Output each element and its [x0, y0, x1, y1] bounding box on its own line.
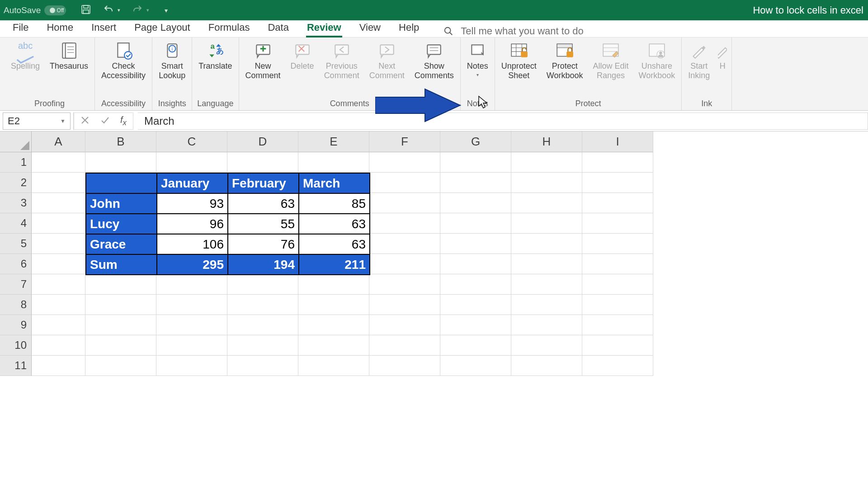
autosave-toggle[interactable]: AutoSave Off	[4, 5, 66, 15]
row-header[interactable]: 11	[0, 356, 32, 376]
row-header[interactable]: 5	[0, 234, 32, 254]
cancel-icon[interactable]	[80, 116, 90, 127]
row-header[interactable]: 3	[0, 193, 32, 213]
delete-comment-button[interactable]: Delete	[289, 40, 316, 81]
tab-review[interactable]: Review	[302, 19, 346, 37]
cell[interactable]: 63	[299, 234, 370, 254]
thesaurus-label: Thesaurus	[50, 61, 88, 71]
tab-insert[interactable]: Insert	[87, 19, 121, 37]
tab-data[interactable]: Data	[263, 19, 293, 37]
thesaurus-button[interactable]: Thesaurus	[48, 40, 90, 72]
col-header[interactable]: A	[32, 131, 85, 152]
cell[interactable]: 63	[228, 193, 299, 214]
cell[interactable]: 106	[157, 234, 228, 254]
col-header[interactable]: H	[511, 131, 582, 152]
svg-rect-36	[557, 44, 572, 47]
cell[interactable]: 55	[228, 214, 299, 234]
name-box[interactable]: E2 ▼	[3, 113, 71, 130]
row-header[interactable]: 1	[0, 152, 32, 173]
formula-input[interactable]: March	[138, 113, 868, 130]
group-accessibility-label: Accessibility	[101, 99, 146, 108]
tab-home[interactable]: Home	[42, 19, 78, 37]
unshare-workbook-button[interactable]: Unshare Workbook	[637, 40, 677, 81]
enter-icon[interactable]	[100, 116, 109, 127]
hide-ink-button[interactable]: H	[718, 40, 727, 81]
tab-view[interactable]: View	[355, 19, 385, 37]
new-comment-button[interactable]: New Comment	[244, 40, 283, 81]
row-header[interactable]: 7	[0, 274, 32, 295]
tell-me-search[interactable]: Tell me what you want to do	[443, 25, 583, 37]
save-icon[interactable]	[80, 4, 91, 17]
select-all-corner[interactable]	[0, 131, 32, 152]
svg-rect-23	[335, 45, 348, 54]
redo-dropdown-icon[interactable]: ▾	[146, 7, 149, 13]
col-header[interactable]: C	[156, 131, 227, 152]
col-header[interactable]: F	[369, 131, 440, 152]
undo-dropdown-icon[interactable]: ▾	[118, 7, 120, 13]
col-header[interactable]: G	[440, 131, 511, 152]
qat-customize-icon[interactable]: ▾	[165, 7, 168, 14]
notes-button[interactable]: Notes ▾	[465, 40, 490, 79]
group-language-label: Language	[197, 99, 233, 108]
row-header[interactable]: 8	[0, 295, 32, 315]
col-march[interactable]: March	[299, 173, 370, 193]
row-header[interactable]: 10	[0, 335, 32, 356]
show-comments-button[interactable]: Show Comments	[413, 40, 456, 81]
row-header[interactable]: 9	[0, 315, 32, 335]
table-corner[interactable]	[86, 173, 157, 193]
translate-button[interactable]: aあ Translate	[197, 40, 234, 72]
cell[interactable]: 76	[228, 234, 299, 254]
group-insights: i Smart Lookup Insights	[152, 38, 192, 110]
row-header[interactable]: 6	[0, 254, 32, 274]
check-accessibility-button[interactable]: Check Accessibility	[99, 40, 147, 81]
row-grace[interactable]: Grace	[86, 234, 157, 254]
group-proofing: abc Spelling Thesaurus Proofing	[5, 38, 95, 110]
start-inking-button[interactable]: Start Inking	[686, 40, 712, 81]
col-january[interactable]: January	[157, 173, 228, 193]
show-comments-label: Show Comments	[415, 61, 454, 80]
row-header[interactable]: 4	[0, 213, 32, 234]
allow-edit-ranges-button[interactable]: Allow Edit Ranges	[591, 40, 631, 81]
tab-help[interactable]: Help	[394, 19, 424, 37]
cell[interactable]: 194	[228, 254, 299, 275]
svg-rect-24	[380, 45, 393, 54]
col-header[interactable]: D	[227, 131, 298, 152]
quick-access-toolbar: ▾ ▾ ▾	[80, 4, 168, 17]
cell[interactable]: 211	[299, 254, 370, 275]
redo-icon[interactable]	[132, 4, 143, 17]
svg-rect-1	[84, 5, 88, 8]
next-comment-button[interactable]: Next Comment	[368, 40, 406, 81]
row-header[interactable]: 2	[0, 173, 32, 193]
row-john[interactable]: John	[86, 193, 157, 214]
row-lucy[interactable]: Lucy	[86, 214, 157, 234]
tab-formulas[interactable]: Formulas	[204, 19, 255, 37]
toggle-switch[interactable]: Off	[44, 5, 66, 15]
cells-area[interactable]: January February March John 93 63 85 Luc…	[32, 152, 868, 376]
col-february[interactable]: February	[228, 173, 299, 193]
delete-comment-label: Delete	[291, 61, 314, 71]
col-header[interactable]: B	[85, 131, 156, 152]
cell[interactable]: 85	[299, 193, 370, 214]
unprotect-sheet-label: Unprotect Sheet	[501, 61, 537, 80]
col-header[interactable]: I	[582, 131, 653, 152]
title-bar: AutoSave Off ▾ ▾ ▾ How to lock cells in …	[0, 0, 868, 20]
spelling-button[interactable]: abc Spelling	[9, 40, 42, 72]
name-box-dropdown-icon[interactable]: ▼	[60, 118, 66, 124]
col-header[interactable]: E	[298, 131, 369, 152]
undo-icon[interactable]	[103, 4, 114, 17]
smart-lookup-button[interactable]: i Smart Lookup	[157, 40, 187, 81]
tab-page-layout[interactable]: Page Layout	[130, 19, 195, 37]
grid-body: A B C D E F G H I	[32, 131, 868, 376]
unprotect-sheet-button[interactable]: Unprotect Sheet	[500, 40, 538, 81]
cell[interactable]: 63	[299, 214, 370, 234]
fx-icon[interactable]: fx	[120, 115, 127, 127]
row-sum[interactable]: Sum	[86, 254, 157, 275]
cell[interactable]: 93	[157, 193, 228, 214]
cell[interactable]: 295	[157, 254, 228, 275]
previous-comment-button[interactable]: Previous Comment	[322, 40, 361, 81]
cell[interactable]: 96	[157, 214, 228, 234]
protect-workbook-button[interactable]: Protect Workbook	[545, 40, 585, 81]
toggle-state: Off	[57, 7, 64, 14]
tab-file[interactable]: File	[8, 19, 33, 37]
column-headers: A B C D E F G H I	[32, 131, 868, 152]
